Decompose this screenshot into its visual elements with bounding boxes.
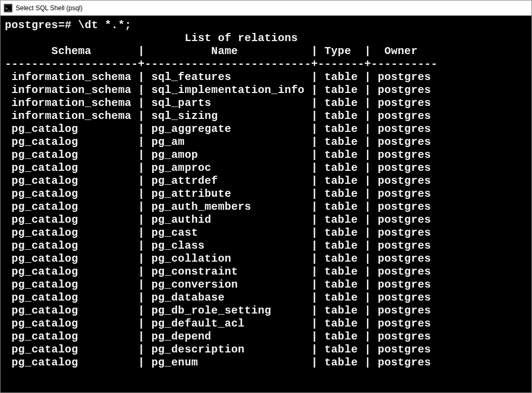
terminal-output[interactable]: postgres=# \dt *.*; List of relations Sc… (1, 16, 531, 372)
app-icon: >_ (4, 4, 12, 12)
svg-text:>_: >_ (5, 6, 10, 11)
window-titlebar: >_ Select SQL Shell (psql) (1, 1, 531, 16)
window-title: Select SQL Shell (psql) (16, 4, 83, 12)
